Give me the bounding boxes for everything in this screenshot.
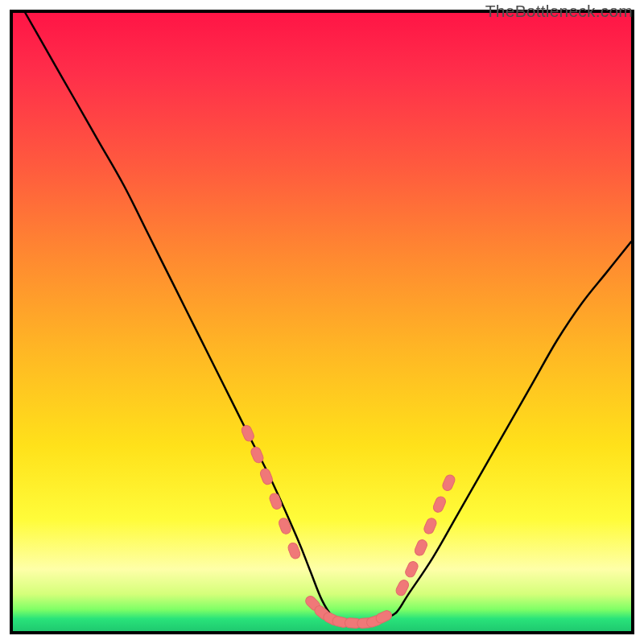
curve-marker xyxy=(431,495,447,514)
curve-marker xyxy=(404,560,419,579)
curve-marker xyxy=(240,424,255,443)
watermark-text: TheBottleneck.com xyxy=(485,2,633,21)
valley-markers xyxy=(240,424,456,629)
chart-frame: TheBottleneck.com xyxy=(0,0,644,644)
curve-marker xyxy=(423,517,438,535)
curve-marker xyxy=(413,539,428,557)
bottleneck-curve xyxy=(25,13,631,625)
curve-layer xyxy=(13,13,631,631)
curve-marker xyxy=(441,473,456,492)
plot-area xyxy=(10,10,634,634)
curve-marker xyxy=(268,492,283,510)
